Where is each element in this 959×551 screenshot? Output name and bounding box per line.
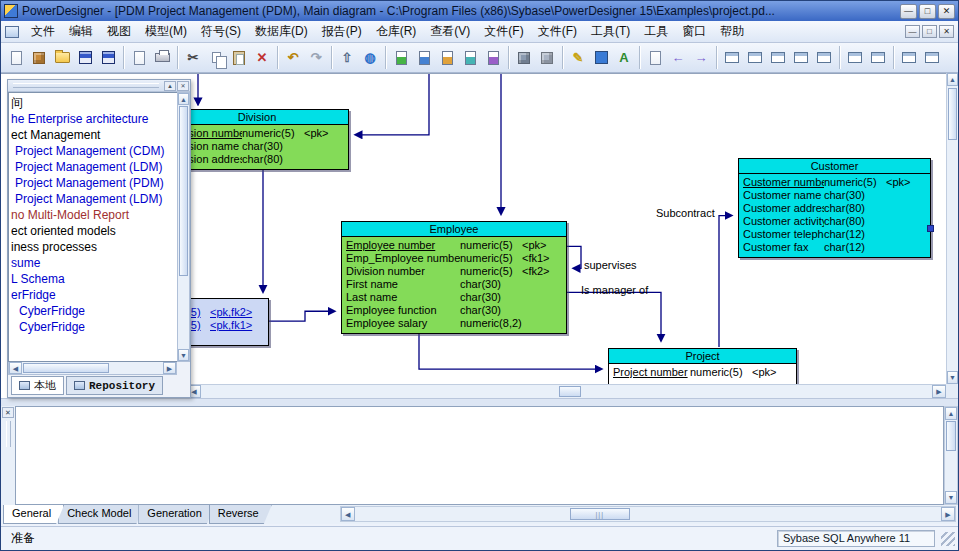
check-model-icon[interactable] [436,47,458,69]
resize-grip[interactable] [941,532,955,546]
menu-item[interactable]: 报告(P) [315,21,369,42]
menu-item[interactable]: 文件(F) [531,21,584,42]
scroll-down-arrow[interactable]: ▼ [945,491,957,504]
menu-item[interactable]: 视图 [100,21,138,42]
open-package-icon[interactable] [28,47,50,69]
panel-pin-icon[interactable]: ▲ [164,81,176,91]
pen-icon[interactable]: ✎ [567,47,589,69]
table-column-row[interactable]: Division numbernumeric(5)<pk> [170,127,344,140]
menu-item[interactable]: 工具(T) [584,21,637,42]
repository-upload-icon[interactable]: ⇧ [336,47,358,69]
menu-item[interactable]: 文件 [24,21,62,42]
zoom-in-icon[interactable] [844,47,866,69]
browser-item[interactable]: CyberFridge [9,303,177,319]
browser-item[interactable]: CyberFridge [9,319,177,335]
panel-close-icon[interactable]: ✕ [177,81,189,91]
web-publish-icon[interactable]: ◍ [359,47,381,69]
menu-item[interactable]: 仓库(R) [369,21,424,42]
table-column-row[interactable]: Customer namechar(30) [743,189,926,202]
minimize-button[interactable]: — [900,4,917,19]
browser-item[interactable]: iness processes [9,239,177,255]
table-project[interactable]: ProjectProject numbernumeric(5)<pk> [608,348,797,384]
navigate-forward-icon[interactable]: → [690,47,712,69]
scroll-up-arrow[interactable]: ▲ [178,93,189,105]
window-palette-icon[interactable] [813,47,835,69]
mdi-close-button[interactable]: ✕ [939,25,954,38]
scroll-down-arrow[interactable]: ▼ [178,349,189,361]
horizontal-splitter[interactable] [1,398,958,406]
merge-model-icon[interactable] [390,47,412,69]
browser-item[interactable]: ect oriented models [9,223,177,239]
table-column-row[interactable]: Customer activitychar(80) [743,215,926,228]
table-column-row[interactable]: Division namechar(30) [170,140,344,153]
table-employee[interactable]: EmployeeEmployee numbernumeric(5)<pk>Emp… [341,221,567,334]
zoom-out-icon[interactable] [867,47,889,69]
table-column-row[interactable]: Last namechar(30) [346,291,562,304]
vertical-scroll-thumb[interactable] [946,421,956,451]
mdi-restore-button[interactable]: □ [922,25,937,38]
format-color-icon[interactable] [590,47,612,69]
paste-icon[interactable] [228,47,250,69]
vertical-scroll-thumb[interactable] [179,106,188,276]
table-column-row[interactable]: Customer numbernumeric(5)<pk> [743,176,926,189]
print-preview-icon[interactable] [128,47,150,69]
output-vertical-scrollbar[interactable]: ▲ ▼ [944,406,958,505]
browser-item[interactable]: erFridge [9,287,177,303]
table-column-row[interactable]: Project numbernumeric(5)<pk> [613,366,792,379]
table-column-row[interactable]: Customer telephonechar(12) [743,228,926,241]
mdi-minimize-button[interactable]: — [905,25,920,38]
table-title[interactable]: Division [166,110,348,125]
open-icon[interactable] [51,47,73,69]
table-column-row[interactable]: Division addresschar(80) [170,153,344,166]
output-tab-generation[interactable]: Generation [138,505,214,524]
cut-icon[interactable]: ✂ [182,47,204,69]
close-button[interactable]: ✕ [938,4,955,19]
redo-icon[interactable]: ↷ [305,47,327,69]
output-close-icon[interactable]: ✕ [2,407,14,418]
browser-item[interactable]: ect Management [9,127,177,143]
browser-item[interactable]: L Schema [9,271,177,287]
scroll-right-arrow[interactable]: ▶ [932,385,946,398]
menu-item[interactable]: 编辑 [62,21,100,42]
browser-item[interactable]: no Multi-Model Report [9,207,177,223]
table-title[interactable]: Project [609,349,796,364]
browser-item[interactable]: 间 [9,95,177,111]
copy-icon[interactable] [205,47,227,69]
selection-handle[interactable] [927,225,934,232]
grid-view-icon[interactable] [898,47,920,69]
menu-item[interactable]: 数据库(D) [248,21,315,42]
horizontal-scroll-thumb[interactable] [23,363,109,373]
output-tab-reverse[interactable]: Reverse [209,505,272,524]
scroll-left-arrow[interactable]: ◀ [341,507,355,521]
print-icon[interactable] [151,47,173,69]
output-tab-general[interactable]: General [3,505,64,524]
window-diagram-icon[interactable] [721,47,743,69]
scroll-right-arrow[interactable]: ▶ [941,507,955,521]
browser-item[interactable]: he Enterprise architecture [9,111,177,127]
undo-icon[interactable]: ↶ [282,47,304,69]
generate-database-icon[interactable] [459,47,481,69]
canvas-vertical-scrollbar[interactable]: ▲ ▼ [946,73,958,384]
save-icon[interactable] [74,47,96,69]
menu-item[interactable]: 查看(V) [423,21,477,42]
horizontal-scroll-thumb[interactable]: ||| [570,508,630,520]
browser-item[interactable]: Project Management (LDM) [9,159,177,175]
table-division[interactable]: DivisionDivision numbernumeric(5)<pk>Div… [165,109,349,170]
horizontal-scroll-thumb[interactable] [559,386,581,397]
maximize-button[interactable]: □ [919,4,936,19]
table-title[interactable]: Employee [342,222,566,237]
table-column-row[interactable]: Division numbernumeric(5)<fk2> [346,265,562,278]
new-icon[interactable] [5,47,27,69]
window-output-icon[interactable] [767,47,789,69]
menu-item[interactable]: 模型(M) [138,21,194,42]
compare-model-icon[interactable] [413,47,435,69]
browser-item[interactable]: Project Management (LDM) [9,191,177,207]
browser-horizontal-scrollbar[interactable]: ◀ ▶ [8,362,177,375]
tab-local[interactable]: 本地 [11,376,64,395]
table-column-row[interactable]: Customer faxchar(12) [743,241,926,254]
output-content[interactable] [15,406,944,505]
table-column-row[interactable]: Customer addresschar(80) [743,202,926,215]
page-setup-icon[interactable] [644,47,666,69]
panel-grip[interactable] [13,83,159,88]
browser-item[interactable]: Project Management (CDM) [9,143,177,159]
